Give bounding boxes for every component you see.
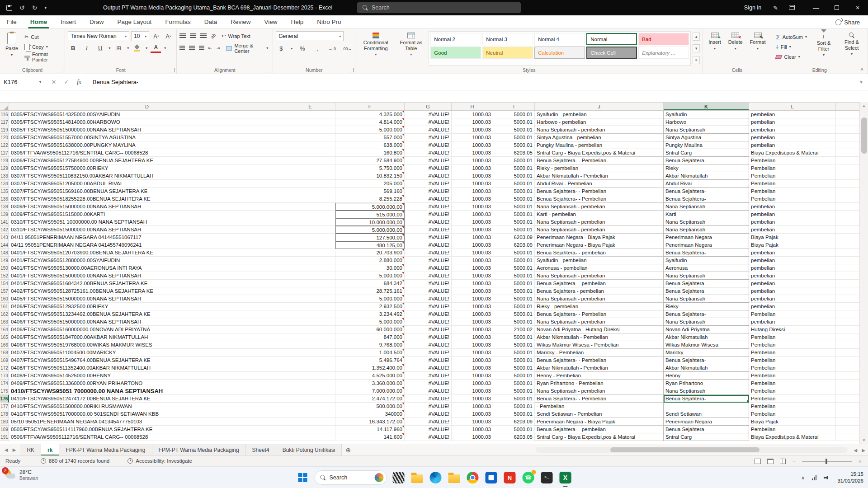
- vertical-scroll-thumb[interactable]: [861, 117, 867, 154]
- cell-G117[interactable]: #VALUE!: [405, 118, 452, 126]
- cell-L136[interactable]: Pembelian: [749, 195, 836, 203]
- cell-H176[interactable]: 1000.03: [452, 395, 493, 403]
- cell-H180[interactable]: 1000.03: [452, 418, 493, 426]
- cell-J144[interactable]: Penerimaan Negara - Biaya Pajak: [535, 241, 664, 249]
- cell-K138[interactable]: Nana Septiansah: [664, 203, 749, 211]
- cell-F116[interactable]: 4.325.000: [335, 111, 405, 118]
- cell-E129[interactable]: [285, 164, 335, 172]
- cell-H178[interactable]: 1000.03: [452, 410, 493, 418]
- cell-D162[interactable]: 0406/FTSCY/WS950513234492.00BENUA SEJAHT…: [9, 310, 285, 318]
- cell-L139[interactable]: pembelian: [749, 211, 836, 218]
- cell-I120[interactable]: 5000.01: [493, 134, 535, 141]
- fill-button[interactable]: ⤓Fill▾: [774, 42, 809, 52]
- cell-F138[interactable]: 5.000.000,00: [335, 203, 405, 211]
- cell-K122[interactable]: Pungky Maulina: [664, 141, 749, 149]
- cell-H133[interactable]: 1000.03: [452, 172, 493, 180]
- cell-F157[interactable]: 28.725.161: [335, 287, 405, 295]
- cell-I148[interactable]: 5000.01: [493, 249, 535, 257]
- cell-F122[interactable]: 638.000: [335, 141, 405, 149]
- cut-button[interactable]: ✂Cut: [23, 32, 62, 42]
- cell-E168[interactable]: [285, 349, 335, 357]
- cell-F148[interactable]: 20.703.900: [335, 249, 405, 257]
- cell-H169[interactable]: 1000.03: [452, 357, 493, 364]
- cell-M144[interactable]: [836, 241, 859, 249]
- cell-D169[interactable]: 0407/FTSCY/WS950515496764.00BENUA SEJAHT…: [9, 357, 285, 364]
- cell-I177[interactable]: 5000.01: [493, 403, 535, 410]
- cell-G152[interactable]: #VALUE!: [405, 272, 452, 280]
- vertical-scrollbar[interactable]: ▲ ▼: [859, 102, 868, 444]
- cell-H142[interactable]: 1000.03: [452, 226, 493, 234]
- cell-J168[interactable]: Maricky - Pembelian: [535, 349, 664, 357]
- gallery-down-icon[interactable]: ▼: [693, 44, 700, 52]
- cell-J117[interactable]: Harbowo - pembelian: [535, 118, 664, 126]
- cell-L176[interactable]: Pembelian: [749, 395, 836, 403]
- font-size-combo[interactable]: 10▾: [131, 31, 149, 41]
- cell-F169[interactable]: 5.496.764: [335, 357, 405, 364]
- cell-I129[interactable]: 5000.01: [493, 164, 535, 172]
- sheet-tab-rk[interactable]: RK: [20, 444, 41, 455]
- cell-J143[interactable]: Penerimaan Negara - Biaya Pajak: [535, 234, 664, 241]
- cell-E165[interactable]: [285, 333, 335, 341]
- cell-J127[interactable]: Sntral Carg - Biaya Expedisi,pos & Mater…: [535, 149, 664, 157]
- cell-M176[interactable]: [836, 395, 859, 403]
- find-select-button[interactable]: Find & Select▾: [839, 31, 865, 66]
- cell-F150[interactable]: 30.000: [335, 264, 405, 272]
- clipboard-dialog-launcher[interactable]: [59, 68, 63, 72]
- cell-F120[interactable]: 557.000: [335, 134, 405, 141]
- cell-K164[interactable]: Novan Adi Priyatna: [664, 326, 749, 333]
- cell-E128[interactable]: [285, 157, 335, 164]
- ribbon-tab-help[interactable]: Help: [284, 15, 310, 28]
- accounting-format-icon[interactable]: $: [276, 44, 286, 53]
- cell-L191[interactable]: Biaya Expedisi,pos & Materai: [749, 433, 836, 441]
- cell-K162[interactable]: Benua Sejahtera-: [664, 310, 749, 318]
- bold-button[interactable]: B: [68, 43, 78, 53]
- ribbon-display-options-icon[interactable]: [789, 5, 795, 11]
- cell-K135[interactable]: Benua Sejahtera-: [664, 188, 749, 195]
- cell-K134[interactable]: Abdul Rivai: [664, 180, 749, 188]
- cell-L157[interactable]: pembelian: [749, 287, 836, 295]
- cell-F128[interactable]: 27.584.900: [335, 157, 405, 164]
- cell-M175[interactable]: [836, 387, 859, 395]
- cell-K116[interactable]: Syaifudin: [664, 111, 749, 118]
- taskbar-clock[interactable]: 15:15 31/01/2026: [837, 471, 863, 484]
- cell-H119[interactable]: 1000.03: [452, 126, 493, 134]
- cell-D122[interactable]: 0305/FTSCY/WS95051638000.00PUNGKY MAYLIN…: [9, 141, 285, 149]
- cell-F142[interactable]: 5.000.000,00: [335, 226, 405, 234]
- cell-H149[interactable]: 1000.03: [452, 257, 493, 264]
- cell-E189[interactable]: [285, 426, 335, 433]
- hscroll-right-icon[interactable]: ▶: [862, 448, 865, 453]
- cell-I178[interactable]: 5000.01: [493, 410, 535, 418]
- cell-H139[interactable]: 1000.03: [452, 211, 493, 218]
- cell-G168[interactable]: #VALUE!: [405, 349, 452, 357]
- row-header-142[interactable]: 142: [0, 226, 9, 234]
- cell-D138[interactable]: 0309/FTSCY/WS950515000000.00NANA SEPTIAN…: [9, 203, 285, 211]
- cell-K143[interactable]: Penerimaan Negara: [664, 234, 749, 241]
- cell-K120[interactable]: Sintya Agustina: [664, 134, 749, 141]
- cell-L138[interactable]: pembelian: [749, 203, 836, 211]
- cell-M162[interactable]: [836, 310, 859, 318]
- cell-I169[interactable]: 5000.01: [493, 357, 535, 364]
- underline-button[interactable]: U: [95, 43, 105, 53]
- cell-G138[interactable]: #VALUE!: [405, 203, 452, 211]
- cell-E177[interactable]: [285, 403, 335, 410]
- cell-L119[interactable]: pembelian: [749, 126, 836, 134]
- row-header-150[interactable]: 150: [0, 264, 9, 272]
- cell-M149[interactable]: [836, 257, 859, 264]
- scroll-up-icon[interactable]: ▲: [860, 102, 868, 110]
- cell-D161[interactable]: 0406/FTSCY/WS950512932500.00RIEKY: [9, 303, 285, 310]
- cell-D120[interactable]: 0305/FTSCY/WS95051557000.00SINTYA AGUSTI…: [9, 134, 285, 141]
- cell-D129[interactable]: 0306/FTSCY/WS950515750000.00RIEKY: [9, 164, 285, 172]
- cell-J164[interactable]: Novan Adi Priyatna - Hutang Direksi: [535, 326, 664, 333]
- cell-G154[interactable]: #VALUE!: [405, 280, 452, 287]
- cell-G173[interactable]: #VALUE!: [405, 372, 452, 380]
- cell-L180[interactable]: Biaya Pajak: [749, 418, 836, 426]
- cell-M169[interactable]: [836, 357, 859, 364]
- cell-D144[interactable]: 04/11 95051PENERIMAAN NEGARA 04145574909…: [9, 241, 285, 249]
- cell-H134[interactable]: 1000.03: [452, 180, 493, 188]
- align-middle-icon[interactable]: [190, 33, 196, 38]
- cell-K141[interactable]: Nana Septiansah: [664, 218, 749, 226]
- maximize-button[interactable]: [826, 0, 847, 15]
- row-header-136[interactable]: 136: [0, 195, 9, 203]
- autosum-button[interactable]: ΣAutoSum▾: [774, 32, 809, 42]
- cell-I127[interactable]: 6203.05: [493, 149, 535, 157]
